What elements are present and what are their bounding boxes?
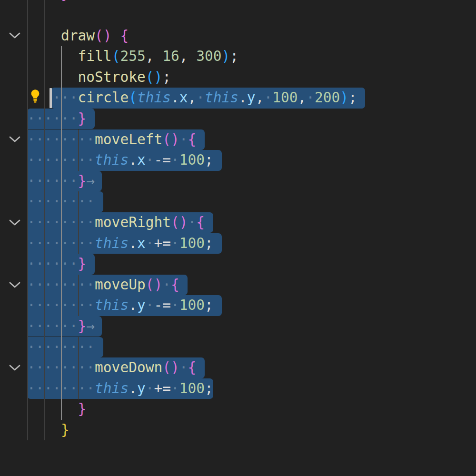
code-token: } [78,256,87,272]
code-token [112,28,120,44]
whitespace-dots: ········ [27,214,95,230]
code-token: this [205,89,238,106]
code-token: draw [61,28,95,44]
whitespace-dots: ········ [27,297,95,313]
code-token: this [95,235,129,251]
code-token: ; [230,48,238,64]
code-token: , [188,89,197,106]
code-token: 100 [179,235,205,251]
code-token: moveRight [95,214,171,230]
code-token: 255 [120,48,145,64]
code-token: } [78,318,87,334]
code-token: -= [154,152,171,168]
whitespace-dots: · [146,152,154,168]
whitespace-dots: · [179,359,188,376]
code-token: , [298,89,306,106]
code-token: } [78,173,87,189]
code-token [27,69,78,85]
whitespace-dots: ········ [27,277,95,293]
code-token: () [95,28,112,44]
code-line[interactable]: ······} [27,109,86,129]
fold-chevron-icon[interactable] [8,218,21,227]
code-token: -= [154,297,171,313]
whitespace-dots: ······ [27,318,78,334]
code-token: fill [78,48,112,64]
code-token: . [129,152,137,168]
code-token: } [61,422,69,438]
code-token: ; [205,297,213,313]
whitespace-dots: · [188,214,196,230]
code-token: 16 [162,48,179,64]
code-line[interactable]: fill(255, 16, 300); [27,46,238,67]
code-line[interactable]: ········this.y·-=·100; [27,295,213,316]
fold-chevron-icon[interactable] [8,364,21,372]
code-token: moveDown [95,359,162,376]
code-token: 100 [179,152,205,168]
whitespace-dots: · [171,235,179,251]
whitespace-dots: · [171,297,179,313]
whitespace-dots: ········ [27,339,95,355]
code-line[interactable]: ········this.x·+=·100; [27,233,213,254]
whitespace-dots: · [264,89,272,106]
code-token: () [162,131,179,148]
whitespace-dots: · [146,380,154,397]
whitespace-dots: · [306,89,315,106]
code-line[interactable]: draw() { [27,26,129,47]
code-token: ( [112,48,120,64]
whitespace-dots: ········ [27,235,95,251]
code-line[interactable]: } [27,420,69,441]
code-line[interactable]: } [27,0,69,5]
code-token: , [256,89,264,106]
code-token: { [188,359,196,376]
code-line[interactable]: ······}→ [27,171,95,192]
fold-chevron-icon[interactable] [8,135,21,144]
code-line[interactable]: noStroke(); [27,67,171,88]
code-token: noStroke [78,69,146,85]
code-token: x [137,152,146,168]
code-line[interactable]: ········moveUp()·{ [27,275,179,296]
code-line[interactable]: ········this.y·+=·100; [27,378,213,399]
code-token: moveLeft [95,131,162,148]
code-token: this [95,152,129,168]
code-line[interactable]: } [27,399,86,420]
code-token: ; [205,152,213,168]
code-line[interactable]: ········moveLeft()·{ [27,129,196,150]
code-token: ; [205,380,213,397]
code-line[interactable]: ········moveDown()·{ [27,357,196,378]
code-line[interactable]: ···circle(this.x,·this.y,·100,·200); [27,88,357,109]
code-token: ; [205,235,213,251]
whitespace-dots: · [179,131,188,148]
whitespace-dots: ··· [52,89,78,106]
code-line[interactable]: ········moveRight()·{ [27,212,205,233]
code-line[interactable]: ······}→ [27,316,95,337]
code-token [27,0,61,2]
whitespace-dots: · [146,235,154,251]
code-token: 300 [196,48,221,64]
code-token [27,48,78,64]
code-token: () [162,359,179,376]
code-token: circle [78,89,129,106]
fold-chevron-icon[interactable] [8,281,21,289]
whitespace-dots: ········ [27,152,95,168]
code-line[interactable]: ········ [27,191,95,212]
whitespace-dots: ········ [27,380,95,397]
code-token [27,422,61,438]
code-token: y [137,297,146,313]
whitespace-dots: · [162,277,171,293]
code-token: ; [162,69,171,85]
code-line[interactable]: ········ [27,337,95,358]
code-token [27,28,61,44]
code-token: y [247,89,256,106]
code-line[interactable]: ······} [27,254,86,275]
whitespace-dots: · [146,297,154,313]
code-token: { [120,28,129,44]
fold-chevron-icon[interactable] [8,31,21,40]
code-token: x [137,235,146,251]
code-token: () [146,277,163,293]
code-editor[interactable]: } draw() { fill(255, 16, 300); noStroke(… [0,0,476,476]
code-line[interactable]: ········this.x·-=·100; [27,150,213,171]
lightbulb-icon[interactable] [28,89,42,104]
code-token: } [61,0,69,2]
code-token: , [146,48,163,64]
code-token: . [171,89,179,106]
